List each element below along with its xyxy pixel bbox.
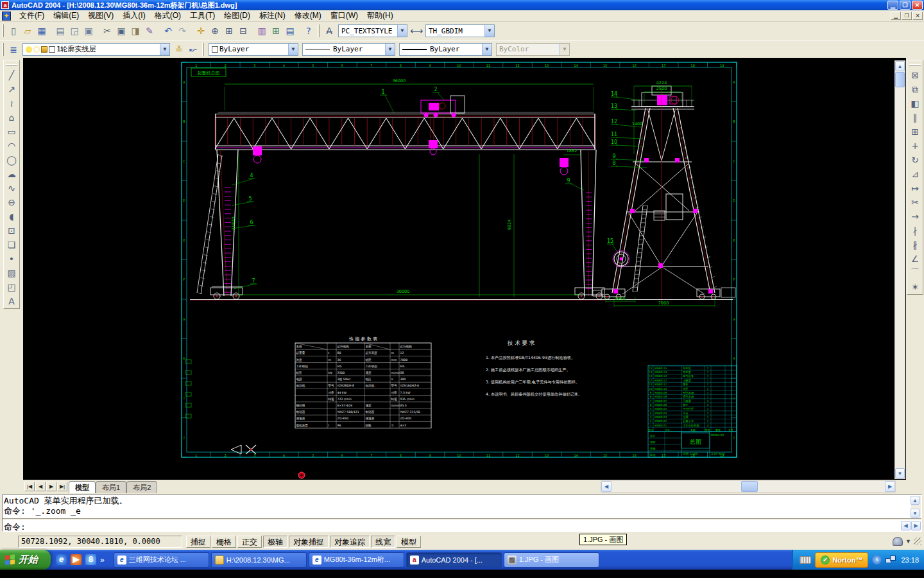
hatch-icon[interactable]: ▨: [4, 266, 19, 280]
menu-item[interactable]: 修改(M): [290, 9, 326, 22]
command-splitter[interactable]: [3, 518, 921, 520]
linetype-combo[interactable]: ByLayer ▼: [302, 43, 395, 56]
tab-model[interactable]: 模型: [69, 481, 96, 493]
menu-item[interactable]: 标注(N): [255, 9, 290, 22]
ime-keyboard-icon[interactable]: [800, 556, 811, 564]
task-button[interactable]: aAutoCAD 2004 - [...: [406, 552, 502, 568]
match-properties-icon[interactable]: ✎: [142, 24, 157, 38]
new-file-icon[interactable]: ▯: [6, 24, 21, 38]
color-combo[interactable]: ByLayer ▼: [209, 43, 298, 56]
line-icon[interactable]: ╱: [4, 68, 19, 82]
doc-minimize-button[interactable]: ▁: [891, 12, 901, 20]
doc-restore-button[interactable]: ❐: [902, 12, 912, 20]
layer-color-swatch[interactable]: [49, 46, 55, 53]
status-toggle-正交[interactable]: 正交: [237, 536, 262, 548]
polyline-icon[interactable]: ≀: [4, 96, 19, 110]
offset-icon[interactable]: ∥: [908, 110, 922, 125]
array-icon[interactable]: ⊞: [908, 125, 922, 139]
copy-object-icon[interactable]: ⧉: [908, 82, 922, 96]
task-button[interactable]: H:\2008.12.30\MG...: [211, 552, 307, 568]
chevron-down-icon[interactable]: ▼: [484, 25, 494, 37]
extend-icon[interactable]: →: [908, 209, 922, 223]
rectangle-icon[interactable]: ▭: [4, 125, 19, 139]
break-point-icon[interactable]: ∤: [908, 223, 922, 238]
ellipse-icon[interactable]: ⊖: [4, 195, 19, 209]
paste-icon[interactable]: ◨: [128, 24, 142, 38]
doc-close-button[interactable]: ✕: [912, 12, 923, 20]
command-prompt[interactable]: 命令:: [4, 521, 26, 533]
toolbar-grip[interactable]: [318, 24, 320, 37]
spline-icon[interactable]: ∿: [4, 181, 19, 195]
undo-icon[interactable]: ↶: [161, 24, 175, 38]
status-toggle-对象捕捉[interactable]: 对象捕捉: [289, 536, 329, 548]
restore-button[interactable]: ❐: [900, 1, 911, 10]
status-toggle-对象追踪[interactable]: 对象追踪: [330, 536, 370, 548]
menu-item[interactable]: 格式(O): [150, 9, 185, 22]
toolbar-grip[interactable]: [6, 64, 17, 66]
scale-icon[interactable]: ⊿: [908, 167, 922, 181]
toolbar-grip[interactable]: [202, 43, 204, 56]
cut-icon[interactable]: ✂: [100, 24, 114, 38]
network-icon[interactable]: [886, 556, 896, 564]
fillet-icon[interactable]: ⌒: [908, 266, 922, 280]
insert-block-icon[interactable]: ⊡: [4, 223, 19, 238]
drawing-canvas[interactable]: 1122334455667788991010111112121313141415…: [23, 58, 906, 493]
region-icon[interactable]: ◰: [4, 280, 19, 294]
status-toggle-捕捉[interactable]: 捕捉: [186, 536, 210, 548]
zoom-realtime-icon[interactable]: ⊕: [208, 24, 222, 38]
menu-item[interactable]: 编辑(E): [49, 9, 83, 22]
ie-quicklaunch-icon[interactable]: e: [56, 554, 67, 565]
status-toggle-极轴[interactable]: 极轴: [263, 536, 287, 548]
minimize-button[interactable]: ▁: [887, 1, 898, 10]
quicklaunch-overflow-icon[interactable]: »: [100, 556, 105, 565]
designcenter-icon[interactable]: ⊞: [269, 24, 283, 38]
layer-lock-icon[interactable]: [41, 46, 47, 53]
tab-first-button[interactable]: |◀: [24, 482, 35, 491]
tab-layout2[interactable]: 布局2: [126, 481, 157, 493]
menu-item[interactable]: 绘图(D): [219, 9, 255, 22]
layer-previous-icon[interactable]: ↜: [186, 42, 200, 57]
toolbar-grip[interactable]: [2, 24, 4, 37]
stretch-icon[interactable]: ↦: [908, 181, 922, 195]
document-icon[interactable]: ✦: [2, 12, 11, 21]
vertical-scrollbar[interactable]: ▲ ▼: [894, 60, 905, 479]
scroll-up-icon[interactable]: ▲: [895, 61, 905, 71]
text-style-icon[interactable]: A̶: [322, 24, 336, 38]
messenger-quicklaunch-icon[interactable]: 8: [85, 554, 96, 565]
menu-item[interactable]: 工具(T): [185, 9, 219, 22]
make-block-icon[interactable]: ❏: [4, 238, 19, 252]
scroll-down-icon[interactable]: ▼: [895, 468, 905, 478]
start-button[interactable]: 开始: [0, 550, 51, 570]
point-icon[interactable]: •: [4, 252, 19, 266]
scroll-right-icon[interactable]: ▶: [885, 481, 895, 492]
layer-properties-icon[interactable]: ≣: [6, 42, 21, 57]
ellipse-arc-icon[interactable]: ◖: [4, 209, 19, 223]
media-player-quicklaunch-icon[interactable]: ▶: [71, 554, 81, 565]
vertical-scroll-thumb[interactable]: [895, 72, 905, 87]
mtext-icon[interactable]: A: [4, 294, 19, 308]
horizontal-scrollbar[interactable]: ◀ ▶: [601, 480, 896, 493]
tool-palettes-icon[interactable]: ▤: [283, 24, 297, 38]
tab-last-button[interactable]: ▶|: [57, 482, 67, 491]
layer-freeze-icon[interactable]: [33, 46, 40, 53]
command-scrollbar[interactable]: ▲ ▼: [911, 496, 921, 518]
revcloud-icon[interactable]: ☁: [4, 167, 19, 181]
text-style-combo[interactable]: PC_TEXTSTYLE ▼: [338, 24, 407, 37]
pan-icon[interactable]: ✛: [194, 24, 208, 38]
print-icon[interactable]: ▤: [53, 24, 67, 38]
menu-item[interactable]: 插入(I): [118, 9, 150, 22]
status-toggle-模型[interactable]: 模型: [397, 536, 421, 548]
scroll-down-icon[interactable]: ▼: [911, 509, 920, 518]
help-icon[interactable]: ?: [302, 24, 316, 38]
circle-icon[interactable]: ◯: [4, 153, 19, 167]
redo-icon[interactable]: ↷: [175, 24, 189, 38]
open-folder-icon[interactable]: ▱: [21, 24, 35, 38]
norton-badge[interactable]: ✓ Norton™: [815, 552, 868, 568]
toolbar-grip[interactable]: [909, 64, 921, 66]
construction-line-icon[interactable]: ↗: [4, 82, 19, 96]
erase-icon[interactable]: ⊠: [908, 68, 922, 82]
break-icon[interactable]: ∦: [908, 238, 922, 252]
dim-style-icon[interactable]: ⟷: [409, 24, 424, 38]
task-button[interactable]: eMG80t-36m-12m桁...: [309, 552, 404, 568]
resize-grip[interactable]: [914, 538, 921, 545]
